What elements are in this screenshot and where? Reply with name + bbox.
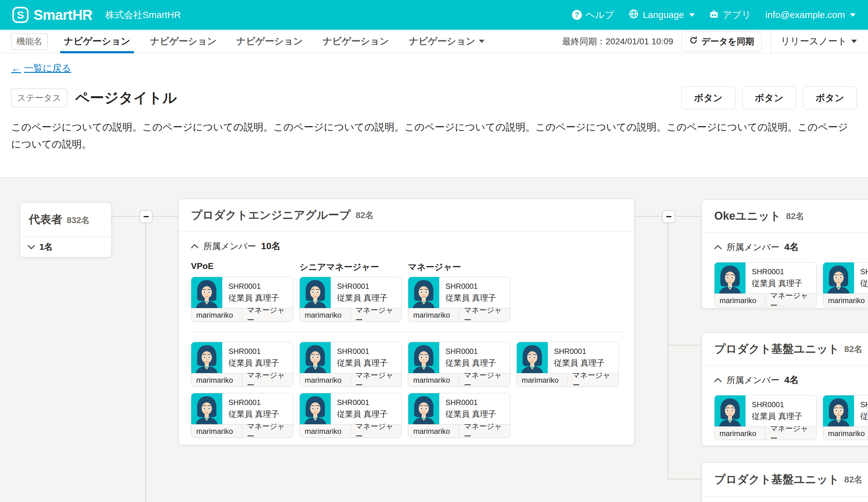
employee-name: 従業員 真理子	[445, 409, 496, 420]
brand-name: SmartHR	[33, 7, 92, 23]
collapse-button[interactable]	[140, 210, 153, 223]
employee-username: marimariko	[408, 425, 459, 438]
employee-username: marimariko	[408, 373, 459, 387]
employee-name: 従業員 真理子	[860, 411, 868, 422]
sync-data-button[interactable]: データを同期	[681, 32, 762, 51]
action-button-1[interactable]: ボタン	[681, 86, 735, 109]
group-count: 82名	[845, 474, 863, 485]
language-menu[interactable]: Language	[628, 9, 694, 21]
logo-letter: S	[17, 9, 24, 21]
divider	[191, 332, 622, 332]
employee-card[interactable]: SHR0001 従業員 真理子 marimariko マネージャー	[823, 395, 868, 440]
avatar-illustration	[300, 277, 331, 308]
employee-role: マネージャー	[242, 308, 293, 322]
employee-card[interactable]: SHR0001 従業員 真理子 marimariko マネージャー	[299, 277, 402, 322]
nav-tab-1[interactable]: ナビゲーション	[60, 30, 134, 53]
employee-card[interactable]: SHR0001 従業員 真理子 marimariko マネージャー	[714, 395, 817, 440]
group-name: 代表者	[29, 212, 62, 227]
employee-avatar	[823, 395, 854, 426]
avatar-illustration	[517, 342, 548, 373]
role-heading: マネージャー	[408, 261, 510, 272]
minus-icon	[144, 216, 149, 217]
org-group-side-2[interactable]: プロダクト基盤ユニット 82名 所属メンバー 4名 SHR0001 従業員 真理…	[702, 333, 868, 446]
nav-tab-5[interactable]: ナビゲーション	[405, 30, 488, 53]
root-expander-toggle[interactable]: 1名	[20, 237, 111, 257]
collapse-button[interactable]	[662, 210, 675, 223]
connector-line	[668, 345, 702, 346]
connector-line	[634, 216, 662, 217]
employee-avatar	[191, 277, 222, 308]
employee-card[interactable]: SHR0001 従業員 真理子 marimariko マネージャー	[823, 262, 868, 307]
employee-card[interactable]: SHR0001 従業員 真理子 marimariko マネージャー	[516, 342, 619, 387]
group-count: 82名	[355, 209, 374, 221]
account-menu[interactable]: info@example.com	[765, 10, 856, 20]
help-menu[interactable]: ? ヘルプ	[572, 9, 614, 21]
org-group-main[interactable]: プロダクトエンジニアグループ 82名 所属メンバー 10名 VPoE SHR00…	[178, 199, 634, 445]
employee-avatar	[714, 262, 745, 293]
avatar-illustration	[408, 342, 439, 373]
feature-badge: 機能名	[11, 33, 48, 50]
group-count: 82名	[845, 343, 863, 355]
release-notes-menu[interactable]: リリースノート	[781, 35, 857, 48]
org-node-root[interactable]: 代表者 832名 1名	[20, 202, 112, 258]
employee-username: marimariko	[714, 294, 765, 307]
briefcase-icon	[709, 9, 719, 21]
avatar-illustration	[408, 277, 439, 308]
action-button-3[interactable]: ボタン	[803, 86, 857, 109]
avatar-illustration	[300, 393, 331, 424]
action-button-2[interactable]: ボタン	[742, 86, 796, 109]
org-chart-canvas[interactable]: 代表者 832名 1名 プロダクトエンジニアグループ 82名 所属メンバー 10…	[0, 177, 868, 502]
members-toggle[interactable]: 所属メンバー 10名	[191, 240, 622, 253]
nav-tab-2[interactable]: ナビゲーション	[146, 30, 220, 53]
left-arrow-icon: ←	[11, 63, 21, 74]
members-toggle[interactable]: 所属メンバー 4名	[714, 374, 868, 386]
org-group-side-1[interactable]: Okeユニット 82名 所属メンバー 4名 SHR0001 従業員 真理子 ma	[702, 200, 868, 308]
employee-name: 従業員 真理子	[337, 293, 388, 303]
employee-card[interactable]: SHR0001 従業員 真理子 marimariko マネージャー	[408, 342, 510, 387]
employee-avatar	[191, 393, 222, 424]
page-title: ページタイトル	[75, 88, 177, 107]
apps-menu[interactable]: アプリ	[709, 9, 751, 21]
employee-card[interactable]: SHR0001 従業員 真理子 marimariko マネージャー	[191, 277, 293, 322]
avatar-illustration	[191, 277, 222, 308]
nav-tab-3[interactable]: ナビゲーション	[232, 30, 306, 53]
employee-card[interactable]: SHR0001 従業員 真理子 marimariko マネージャー	[191, 393, 293, 438]
employee-username: marimariko	[191, 425, 242, 438]
employee-card[interactable]: SHR0001 従業員 真理子 marimariko マネージャー	[191, 342, 293, 387]
employee-name: 従業員 真理子	[752, 278, 802, 289]
smarthr-logo[interactable]: S SmartHR	[12, 7, 92, 23]
help-icon: ?	[572, 10, 582, 20]
employee-role: マネージャー	[351, 373, 402, 387]
employee-card[interactable]: SHR0001 従業員 真理子 marimariko マネージャー	[299, 342, 402, 387]
apps-label: アプリ	[723, 9, 751, 21]
group-name: Okeユニット	[714, 209, 781, 224]
employee-name: 従業員 真理子	[445, 358, 496, 368]
employee-avatar	[823, 262, 854, 293]
employee-card[interactable]: SHR0001 従業員 真理子 marimariko マネージャー	[408, 277, 510, 322]
employee-role: マネージャー	[459, 308, 510, 322]
employee-name: 従業員 真理子	[554, 358, 604, 368]
company-name: 株式会社SmartHR	[105, 9, 181, 21]
help-label: ヘルプ	[586, 9, 614, 21]
employee-card[interactable]: SHR0001 従業員 真理子 marimariko マネージャー	[714, 262, 817, 307]
back-to-list-link[interactable]: ← 一覧に戻る	[11, 62, 71, 75]
connector-line	[668, 479, 702, 479]
employee-id: SHR0001	[337, 398, 388, 407]
connector-line	[112, 216, 140, 217]
chevron-up-icon	[714, 245, 722, 249]
chevron-down-icon	[850, 13, 856, 17]
employee-avatar	[408, 342, 439, 373]
employee-role: マネージャー	[459, 373, 510, 387]
employee-card[interactable]: SHR0001 従業員 真理子 marimariko マネージャー	[299, 393, 402, 438]
employee-role: マネージャー	[351, 425, 402, 438]
org-group-side-3[interactable]: プロダクト基盤ユニット 82名	[702, 462, 868, 502]
global-nav: 機能名 ナビゲーション ナビゲーション ナビゲーション ナビゲーション ナビゲー…	[0, 30, 868, 53]
nav-tab-4[interactable]: ナビゲーション	[319, 30, 393, 53]
employee-role: マネージャー	[459, 425, 510, 438]
employee-avatar	[300, 342, 331, 373]
employee-id: SHR0001	[752, 268, 802, 276]
avatar-illustration	[191, 342, 222, 373]
members-toggle[interactable]: 所属メンバー 4名	[714, 241, 868, 253]
employee-card[interactable]: SHR0001 従業員 真理子 marimariko マネージャー	[408, 393, 510, 438]
employee-username: marimariko	[517, 373, 568, 387]
